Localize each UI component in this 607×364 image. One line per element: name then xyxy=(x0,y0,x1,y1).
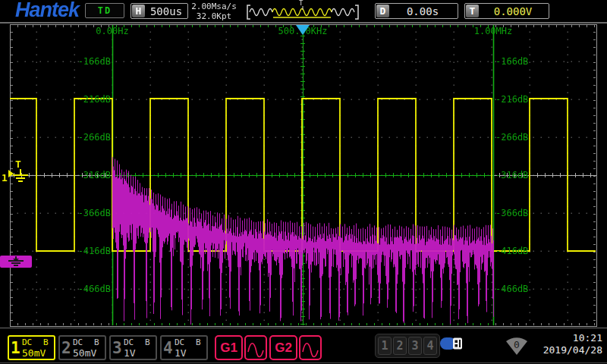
channel4-bandwidth: B xyxy=(196,337,201,347)
channel3-number: 3 xyxy=(112,339,122,357)
channel1-scale: 50mV xyxy=(22,347,46,359)
oscilloscope-ui: { "topbar": { "logo": "Hantek", "trigger… xyxy=(0,0,607,364)
thumb-trigger-marker: T xyxy=(299,0,303,7)
delay-icon: D xyxy=(376,5,389,17)
scope-screen-canvas xyxy=(0,0,607,364)
channel4-button[interactable]: 4 DC B 1V xyxy=(160,335,208,360)
db-label-left-3: -266dB xyxy=(42,132,111,143)
sample-rate-readout: 2.00Msa/s 32.0Kpt xyxy=(187,2,241,21)
digit-button-4[interactable]: 4 xyxy=(423,337,437,355)
digit-button-1[interactable]: 1 xyxy=(378,337,392,355)
channel3-coupling: DC xyxy=(124,337,134,347)
channel3-scale: 1V xyxy=(124,347,136,359)
freq-label-end: 1.00MHz xyxy=(474,26,513,36)
trigger-icon: T xyxy=(466,5,479,17)
db-label-left-7: -466dB xyxy=(42,284,111,294)
waveform-position-thumbnail[interactable]: T xyxy=(244,2,361,21)
ground-arrow-icon xyxy=(8,168,33,187)
usb-device-icon xyxy=(440,336,464,354)
timebase-readout: H 500us xyxy=(131,3,188,19)
timebase-value: 500us xyxy=(146,5,187,17)
channel1-bandwidth: B xyxy=(43,337,49,347)
db-label-right-2: -216dB xyxy=(495,94,564,105)
delay-readout: D 0.00s xyxy=(375,3,458,19)
db-label-right-6: -416dB xyxy=(495,246,564,256)
channel2-bandwidth: B xyxy=(94,337,99,347)
db-label-right-7: -466dB xyxy=(495,284,564,294)
math-fft-channel-marker[interactable] xyxy=(0,256,32,268)
horizontal-icon: H xyxy=(132,5,145,17)
channel1-marker-label: 1 xyxy=(2,172,8,184)
db-label-right-4: -316dB xyxy=(495,170,564,180)
trigger-level-readout: T 0.000V xyxy=(464,3,549,19)
db-label-right-5: -366dB xyxy=(495,208,564,218)
channel2-scale: 50mV xyxy=(73,347,96,359)
generator1-sine-icon xyxy=(244,335,267,360)
trigger-level-value: 0.000V xyxy=(480,5,546,17)
channel3-bandwidth: B xyxy=(145,337,150,347)
channel2-number: 2 xyxy=(61,339,71,357)
bottombar: 1 DC B 50mV 2 DC B 50mV 3 DC B 1V 4 DC B… xyxy=(0,328,607,364)
clock: 10:21 2019/04/28 xyxy=(511,332,602,356)
db-label-left-5: -366dB xyxy=(42,208,111,218)
channel1-button[interactable]: 1 DC B 50mV xyxy=(8,335,55,360)
db-label-right-3: -266dB xyxy=(495,132,564,143)
channel3-button[interactable]: 3 DC B 1V xyxy=(109,335,157,360)
sample-rate-value: 2.00Msa/s xyxy=(187,2,241,11)
date-value: 2019/04/28 xyxy=(511,344,602,356)
bottom-divider xyxy=(0,362,607,363)
generator2-button[interactable]: G2 xyxy=(269,335,322,360)
db-label-left-4: -316dB xyxy=(42,170,111,180)
time-value: 10:21 xyxy=(511,332,602,344)
trigger-status-badge: TD xyxy=(85,3,124,18)
freq-label-start: 0.00Hz xyxy=(96,26,128,36)
channel4-number: 4 xyxy=(163,339,173,357)
channel2-button[interactable]: 2 DC B 50mV xyxy=(58,335,106,360)
fft-center-marker-icon[interactable] xyxy=(296,25,310,35)
brand-logo: Hantek xyxy=(15,0,79,22)
generator1-label: G1 xyxy=(215,335,243,360)
channel2-coupling: DC xyxy=(73,337,83,347)
channel4-scale: 1V xyxy=(175,347,187,359)
generator1-button[interactable]: G1 xyxy=(215,335,267,360)
db-label-left-1: -166dB xyxy=(42,56,111,67)
channel1-number: 1 xyxy=(11,339,20,357)
db-label-left-6: -416dB xyxy=(42,246,111,256)
delay-value: 0.00s xyxy=(390,5,455,17)
generator2-sine-icon xyxy=(299,335,322,360)
memory-depth-value: 32.0Kpt xyxy=(187,11,241,21)
digit-button-2[interactable]: 2 xyxy=(393,337,407,355)
math-ground-icon xyxy=(5,256,27,267)
digit-button-group: 1 2 3 4 xyxy=(375,334,440,358)
digit-button-3[interactable]: 3 xyxy=(408,337,422,355)
db-label-left-2: -216dB xyxy=(42,94,111,105)
topbar: Hantek TD H 500us 2.00Msa/s 32.0Kpt T D … xyxy=(0,0,607,24)
channel1-zero-marker[interactable]: 1 xyxy=(2,168,33,187)
channel1-coupling: DC xyxy=(22,337,32,347)
db-label-right-1: -166dB xyxy=(495,56,564,67)
channel4-coupling: DC xyxy=(175,337,184,347)
generator2-label: G2 xyxy=(269,335,297,360)
